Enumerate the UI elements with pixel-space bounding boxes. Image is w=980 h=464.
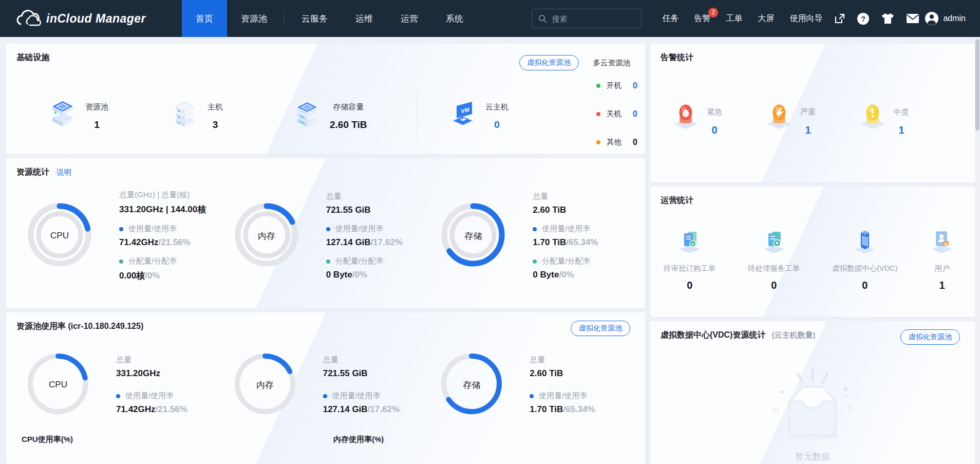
stat-rate: /21.56% xyxy=(156,404,187,414)
pool-cpu-donut-chart: CPU xyxy=(25,350,91,419)
alarm-item-moderate[interactable]: 中度 1 xyxy=(858,101,951,136)
memory-gauge-group: 内存 总量 721.55 GiB 使用量/使用率 127.14 GiB/17.6… xyxy=(232,190,439,282)
vm-state-off: 关机 0 xyxy=(596,109,637,119)
cpu-usage-chart-title: CPU使用率(%) xyxy=(22,435,333,444)
infra-item-resource-pool[interactable]: 资源池 1 xyxy=(48,99,171,131)
stat-value: 71.42GHz xyxy=(119,237,159,247)
menu-item-cloud-service[interactable]: 云服务 xyxy=(288,0,342,37)
page-scrollbar xyxy=(975,37,980,464)
usage-dot xyxy=(119,227,123,231)
stat-value: 0.00核 xyxy=(119,271,145,281)
pool-tab-virtual-resource-pool[interactable]: 虚拟化资源池 xyxy=(571,321,630,336)
stat-label: 总量 xyxy=(326,192,342,201)
alarm-stats-card: 告警统计 紧急 0 xyxy=(650,44,975,182)
power-on-dot xyxy=(596,84,600,88)
usage-dot xyxy=(116,394,120,398)
other-state-dot xyxy=(596,140,600,144)
infra-item-host[interactable]: 主机 3 xyxy=(171,99,293,131)
stat-label: 总量 xyxy=(323,355,338,365)
pool-storage-donut-chart: 存储 xyxy=(438,350,505,419)
nav-link-work-orders[interactable]: 工单 xyxy=(726,13,742,24)
search-input[interactable] xyxy=(552,14,629,23)
nav-link-big-screen[interactable]: 大屏 xyxy=(758,13,774,24)
stat-rate: /21.56% xyxy=(159,237,191,247)
order-ticket-icon xyxy=(677,229,702,256)
critical-alarm-icon xyxy=(671,101,701,133)
global-search[interactable] xyxy=(532,9,642,28)
stat-label: 总量 xyxy=(116,355,131,365)
external-link-icon[interactable] xyxy=(834,13,845,25)
infra-item-label: 主机 xyxy=(208,102,223,112)
alloc-stat: 分配量/分配率 0 Byte/0% xyxy=(533,256,598,280)
nav-link-guide[interactable]: 使用向导 xyxy=(789,13,822,24)
pool-storage-gauge-group: 存储 总量 2.60 TiB 使用量/使用率 1.70 TiB/65.34% xyxy=(438,350,645,419)
app-logo[interactable]: inCloud Manager xyxy=(15,10,146,27)
alarm-item-major[interactable]: 严重 1 xyxy=(764,101,858,136)
dashboard-content: 基础设施 虚拟化资源池 多云资源池 资源池 xyxy=(0,37,975,464)
stat-value: 127.14 GiB xyxy=(326,237,371,247)
host-icon xyxy=(171,99,199,131)
logo-text: inCloud Manager xyxy=(46,12,146,26)
infra-item-storage[interactable]: 存储容量 2.60 TiB xyxy=(293,99,415,131)
infra-divider xyxy=(417,88,418,142)
total-stat: 总量 721.55 GiB xyxy=(323,355,400,379)
stat-rate: /65.34% xyxy=(563,404,595,414)
stat-value: 127.14 GiB xyxy=(323,404,368,414)
donut-label: 内存 xyxy=(232,200,301,272)
stat-value: 1.70 TiB xyxy=(530,404,563,414)
shirt-icon[interactable] xyxy=(881,12,895,25)
avatar-icon xyxy=(925,11,939,26)
help-link[interactable]: 说明 xyxy=(56,168,71,177)
alloc-stat: 分配量/分配率 0.00核/0% xyxy=(119,256,206,282)
mail-icon[interactable] xyxy=(906,13,919,24)
infra-item-vm[interactable]: VM 云主机 0 xyxy=(446,99,569,131)
empty-text: 暂无数据 xyxy=(795,451,830,462)
tab-virtual-resource-pool[interactable]: 虚拟化资源池 xyxy=(519,55,579,70)
operation-stats-card: 运营统计 待审批订购工单 xyxy=(650,187,975,317)
alarm-count-badge: 2 xyxy=(708,8,718,17)
alarm-label: 中度 xyxy=(894,107,909,117)
menu-divider xyxy=(284,11,285,26)
menu-item-home[interactable]: 首页 xyxy=(182,0,227,37)
storage-donut-chart: 存储 xyxy=(438,200,508,272)
usage-dot xyxy=(323,394,327,398)
stat-value: 0 Byte xyxy=(326,270,352,280)
alarm-value: 0 xyxy=(707,124,722,136)
nav-link-alarms[interactable]: 告警2 xyxy=(694,13,710,24)
tab-multicloud-resource-pool[interactable]: 多云资源池 xyxy=(593,58,631,68)
vm-state-label: 关机 xyxy=(607,109,621,119)
usage-stat: 使用量/使用率 1.70 TiB/65.34% xyxy=(530,391,595,415)
ops-item-pending-service[interactable]: 待处理服务工单 0 xyxy=(748,229,800,291)
infra-item-value: 3 xyxy=(208,119,223,131)
menu-item-ops[interactable]: 运维 xyxy=(342,0,387,37)
infra-item-value: 2.60 TiB xyxy=(330,119,367,131)
stat-label: 使用量/使用率 xyxy=(539,391,587,401)
ops-value: 0 xyxy=(771,280,777,291)
ops-item-pending-orders[interactable]: 待审批订购工单 0 xyxy=(664,229,716,291)
menu-item-operation[interactable]: 运营 xyxy=(387,0,432,37)
user-menu[interactable]: admin xyxy=(925,11,966,26)
memory-usage-chart-title: 内存使用率(%) xyxy=(333,435,645,444)
usage-dot xyxy=(530,394,534,398)
help-icon[interactable]: ? xyxy=(857,12,870,25)
top-navbar: inCloud Manager 首页 资源池 云服务 运维 运营 系统 任务 告… xyxy=(0,0,980,37)
stat-value: 0 Byte xyxy=(533,270,559,280)
stat-rate: /0% xyxy=(145,271,160,281)
nav-link-alarms-label: 告警 xyxy=(694,14,710,23)
stat-value: 721.55 GiB xyxy=(326,205,403,215)
vdc-tab-virtual-resource-pool[interactable]: 虚拟化资源池 xyxy=(900,329,960,345)
usage-stat: 使用量/使用率 127.14 GiB/17.62% xyxy=(326,224,403,248)
ops-item-users[interactable]: 用户 1 xyxy=(930,229,954,291)
menu-item-resource-pool[interactable]: 资源池 xyxy=(227,0,281,37)
menu-item-system[interactable]: 系统 xyxy=(432,0,477,37)
ops-item-vdc[interactable]: 虚拟数据中心(VDC) 0 xyxy=(832,229,897,291)
user-card-icon xyxy=(930,229,954,256)
pool-usage-title: 资源池使用率 (icr-10.180.249.125) xyxy=(6,312,645,332)
nav-link-tasks[interactable]: 任务 xyxy=(662,13,679,24)
cpu-donut-chart: CPU xyxy=(25,200,95,272)
stat-value: 1.70 TiB xyxy=(533,237,566,247)
alarm-item-critical[interactable]: 紧急 0 xyxy=(671,101,764,136)
cloud-logo-icon xyxy=(15,10,42,27)
scrollbar-thumb[interactable] xyxy=(975,39,979,131)
usage-stat: 使用量/使用率 1.70 TiB/65.34% xyxy=(533,224,598,248)
